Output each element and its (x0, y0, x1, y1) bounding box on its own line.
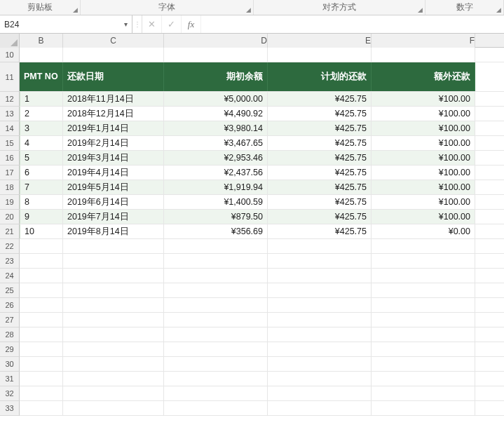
cell[interactable] (63, 48, 164, 62)
cell[interactable] (63, 401, 164, 415)
cell[interactable] (164, 283, 268, 297)
cell[interactable] (372, 313, 475, 327)
row-header[interactable]: 22 (0, 239, 20, 254)
cell[interactable] (20, 254, 63, 268)
cell[interactable]: ¥425.75 (268, 180, 372, 194)
cell[interactable]: ¥425.75 (268, 136, 372, 150)
cell[interactable]: 2019年5月14日 (63, 180, 164, 194)
cell[interactable] (20, 313, 63, 327)
cell[interactable] (164, 48, 268, 62)
cell[interactable] (20, 372, 63, 386)
table-header-cell[interactable]: 额外还款 (372, 62, 475, 91)
cell[interactable]: ¥100.00 (372, 107, 475, 121)
cell[interactable]: 1 (20, 92, 63, 106)
cell[interactable] (63, 357, 164, 371)
select-all-corner[interactable] (0, 34, 20, 48)
cell[interactable] (268, 357, 372, 371)
column-header-B[interactable]: B (20, 34, 63, 48)
row-header[interactable]: 11 (0, 62, 20, 92)
cell[interactable]: ¥100.00 (372, 136, 475, 150)
cell[interactable]: ¥425.75 (268, 107, 372, 121)
cell[interactable]: ¥879.50 (164, 210, 268, 224)
row-header[interactable]: 28 (0, 327, 20, 342)
cell[interactable] (372, 298, 475, 312)
table-header-cell[interactable]: PMT NO (20, 62, 63, 91)
cell[interactable] (20, 283, 63, 297)
row-header[interactable]: 19 (0, 195, 20, 210)
cell[interactable] (164, 372, 268, 386)
cell[interactable]: 2019年3月14日 (63, 151, 164, 165)
cell[interactable]: ¥4,490.92 (164, 107, 268, 121)
formula-input[interactable] (201, 15, 504, 33)
cell[interactable]: ¥425.75 (268, 121, 372, 135)
cell[interactable] (20, 269, 63, 283)
cell[interactable]: ¥5,000.00 (164, 92, 268, 106)
cell[interactable] (20, 48, 63, 62)
cell[interactable]: ¥100.00 (372, 180, 475, 194)
cell[interactable] (372, 48, 475, 62)
cell[interactable]: ¥425.75 (268, 165, 372, 180)
cell-area[interactable]: PMT NO还款日期期初余额计划的还款额外还款12018年11月14日¥5,00… (20, 48, 504, 416)
cell[interactable]: ¥356.69 (164, 224, 268, 238)
table-header-cell[interactable]: 计划的还款 (268, 62, 372, 91)
row-header[interactable]: 12 (0, 92, 20, 107)
cell[interactable] (63, 386, 164, 400)
name-box-dropdown-icon[interactable]: ▾ (124, 20, 128, 28)
cell[interactable] (20, 386, 63, 400)
cell[interactable] (268, 269, 372, 283)
cell[interactable]: 2 (20, 107, 63, 121)
cell[interactable]: ¥425.75 (268, 151, 372, 165)
cell[interactable] (63, 283, 164, 297)
cell[interactable] (63, 313, 164, 327)
row-header[interactable]: 20 (0, 210, 20, 224)
cell[interactable]: ¥100.00 (372, 121, 475, 135)
cell[interactable]: ¥1,919.94 (164, 180, 268, 194)
cell[interactable]: ¥2,953.46 (164, 151, 268, 165)
column-header-C[interactable]: C (63, 34, 164, 48)
cell[interactable] (372, 386, 475, 400)
cell[interactable] (268, 386, 372, 400)
dialog-launcher-icon[interactable]: ◢ (246, 6, 251, 13)
cell[interactable]: 6 (20, 165, 63, 180)
cell[interactable] (63, 254, 164, 268)
row-header[interactable]: 26 (0, 298, 20, 313)
dialog-launcher-icon[interactable]: ◢ (73, 6, 78, 13)
row-header[interactable]: 18 (0, 180, 20, 195)
cell[interactable]: ¥100.00 (372, 92, 475, 106)
cell[interactable] (268, 342, 372, 356)
cancel-formula-button[interactable]: ✕ (142, 15, 162, 33)
cell[interactable]: ¥100.00 (372, 210, 475, 224)
cell[interactable] (268, 254, 372, 268)
row-header[interactable]: 33 (0, 401, 20, 416)
cell[interactable] (20, 327, 63, 342)
cell[interactable] (164, 401, 268, 415)
row-header[interactable]: 17 (0, 165, 20, 180)
name-box[interactable]: B24 ▾ (0, 15, 132, 33)
cell[interactable] (20, 342, 63, 356)
insert-function-button[interactable]: fx (182, 15, 201, 33)
cell[interactable] (164, 254, 268, 268)
cell[interactable]: 4 (20, 136, 63, 150)
column-header-E[interactable]: E (268, 34, 372, 48)
cell[interactable]: 2019年1月14日 (63, 121, 164, 135)
cell[interactable] (372, 254, 475, 268)
cell[interactable]: ¥425.75 (268, 224, 372, 238)
cell[interactable] (63, 269, 164, 283)
row-header[interactable]: 24 (0, 269, 20, 283)
cell[interactable] (268, 48, 372, 62)
cell[interactable]: ¥100.00 (372, 165, 475, 180)
cell[interactable]: ¥3,980.14 (164, 121, 268, 135)
cell[interactable]: 3 (20, 121, 63, 135)
cell[interactable] (20, 357, 63, 371)
cell[interactable] (164, 269, 268, 283)
cell[interactable] (164, 313, 268, 327)
row-header[interactable]: 25 (0, 283, 20, 298)
cell[interactable]: 2019年8月14日 (63, 224, 164, 238)
cell[interactable] (372, 327, 475, 342)
cell[interactable] (268, 239, 372, 253)
dialog-launcher-icon[interactable]: ◢ (418, 6, 423, 13)
row-header[interactable]: 27 (0, 313, 20, 327)
row-header[interactable]: 14 (0, 121, 20, 136)
row-header[interactable]: 32 (0, 386, 20, 401)
cell[interactable] (268, 327, 372, 342)
